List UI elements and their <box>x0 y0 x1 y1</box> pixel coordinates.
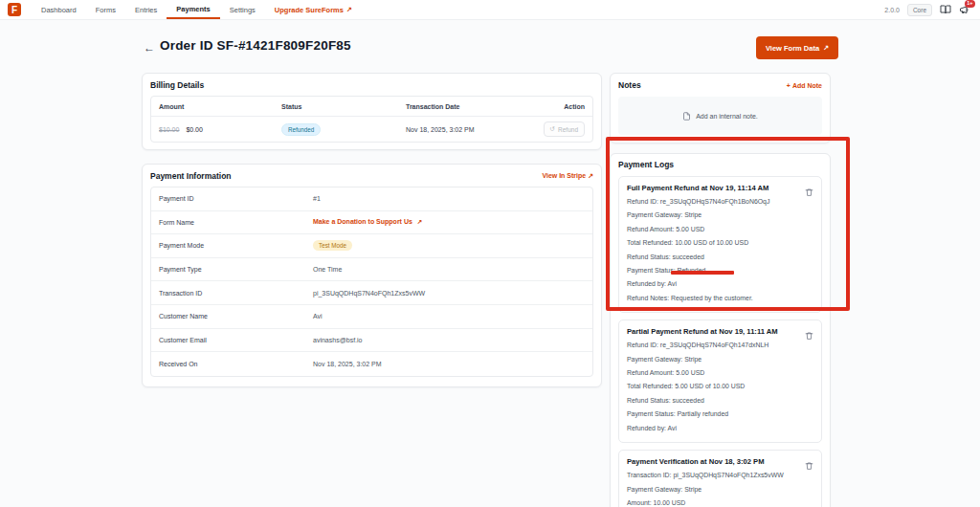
col-status: Status <box>281 103 406 110</box>
log-detail: Payment Status: Partially refunded <box>627 408 813 421</box>
row-label: Received On <box>159 361 313 367</box>
main-nav: Dashboard Forms Entries Payments Setting… <box>32 0 362 19</box>
core-badge: Core <box>907 4 932 16</box>
log-entry-full-refund: Full Payment Refund at Nov 19, 11:14 AM … <box>618 176 822 313</box>
top-navigation-bar: F Dashboard Forms Entries Payments Setti… <box>0 0 980 20</box>
log-entry-title: Full Payment Refund at Nov 19, 11:14 AM <box>627 184 813 192</box>
row-value: Nov 18, 2025, 3:02 PM <box>313 361 382 367</box>
row-value: #1 <box>313 195 321 202</box>
col-transaction-date: Transaction Date <box>406 103 531 110</box>
order-id-title: Order ID SF-#1421F809F20F85 <box>160 38 351 53</box>
nav-entries[interactable]: Entries <box>125 0 167 19</box>
view-form-data-button[interactable]: View Form Data ↗ <box>756 36 838 59</box>
table-row-customer-email: Customer Email avinashs@bsf.io <box>151 329 592 353</box>
billing-details-card: Billing Details Amount Status Transactio… <box>142 73 602 150</box>
log-detail: Total Refunded: 5.00 USD of 10.00 USD <box>627 380 813 393</box>
log-detail: Refund Status: succeeded <box>627 251 813 264</box>
docs-icon[interactable] <box>940 4 951 15</box>
nav-settings[interactable]: Settings <box>220 0 265 19</box>
notes-title: Notes <box>618 80 641 90</box>
billing-table-row: $10.00 $0.00 Refunded Nov 18, 2025, 3:02… <box>151 117 592 142</box>
form-name-label: Make a Donation to Support Us <box>313 218 412 225</box>
amount-cell: $10.00 $0.00 <box>159 126 281 133</box>
log-entry-partial-refund: Partial Payment Refund at Nov 19, 11:11 … <box>618 320 822 443</box>
payment-logs-card: Payment Logs Full Payment Refund at Nov … <box>610 153 831 507</box>
log-detail: Refunded by: Avi <box>627 277 813 291</box>
log-detail-payment-status: Payment Status: Refunded <box>627 264 813 277</box>
version-label: 2.0.0 <box>884 7 900 13</box>
table-row-form-name: Form Name Make a Donation to Support Us … <box>151 211 592 235</box>
log-detail: Transaction ID: pi_3SUqQDHqS7N4oFQh1Zxs5… <box>627 469 813 482</box>
row-value: One Time <box>313 266 342 273</box>
external-link-icon: ↗ <box>417 218 422 225</box>
upgrade-label: Upgrade SureForms <box>275 6 344 14</box>
log-detail: Amount: 10.00 USD <box>627 496 813 507</box>
billing-details-title: Billing Details <box>150 80 593 90</box>
refund-label: Refund <box>558 126 578 133</box>
row-label: Form Name <box>159 219 313 226</box>
original-amount: $10.00 <box>159 126 179 133</box>
payment-information-card: Payment Information View In Stripe ↗ Pay… <box>142 164 602 387</box>
view-form-data-label: View Form Data <box>766 44 819 53</box>
notes-empty-text: Add an internal note. <box>696 113 758 120</box>
payment-info-table: Payment ID #1 Form Name Make a Donation … <box>150 187 593 377</box>
billing-table-header: Amount Status Transaction Date Action <box>151 97 592 117</box>
sureforms-logo-icon[interactable]: F <box>8 3 21 16</box>
row-label: Customer Name <box>159 313 313 320</box>
topbar-meta: 2.0.0 Core 1+ <box>884 4 970 16</box>
row-value: avinashs@bsf.io <box>313 337 362 343</box>
log-detail: Total Refunded: 10.00 USD of 10.00 USD <box>627 236 813 250</box>
table-row-received-on: Received On Nov 18, 2025, 3:02 PM <box>151 352 592 376</box>
log-detail: Payment Gateway: Stripe <box>627 353 813 366</box>
nav-forms[interactable]: Forms <box>86 0 125 19</box>
refund-button[interactable]: ↺ Refund <box>544 121 585 137</box>
add-note-button[interactable]: + Add Note <box>787 82 822 89</box>
view-in-stripe-label: View In Stripe <box>542 172 586 179</box>
delete-log-icon[interactable] <box>805 184 813 193</box>
payment-logs-title: Payment Logs <box>618 160 822 169</box>
log-entry-payment-verification: Payment Verification at Nov 18, 3:02 PM … <box>618 450 822 507</box>
log-entry-title: Payment Verification at Nov 18, 3:02 PM <box>627 457 813 466</box>
table-row-customer-name: Customer Name Avi <box>151 305 592 329</box>
notification-badge: 1+ <box>965 0 975 8</box>
external-link-icon: ↗ <box>588 172 593 179</box>
nav-payments[interactable]: Payments <box>167 0 219 19</box>
current-amount: $0.00 <box>186 126 203 133</box>
delete-log-icon[interactable] <box>805 457 813 467</box>
notes-card: Notes + Add Note Add an internal note. <box>610 73 831 143</box>
whats-new-icon[interactable]: 1+ <box>959 4 970 15</box>
form-name-link[interactable]: Make a Donation to Support Us ↗ <box>313 218 422 226</box>
log-detail: Refund Amount: 5.00 USD <box>627 223 813 236</box>
transaction-date-cell: Nov 18, 2025, 3:02 PM <box>406 126 531 133</box>
view-in-stripe-link[interactable]: View In Stripe ↗ <box>542 172 593 180</box>
log-detail: Refund Status: succeeded <box>627 394 813 408</box>
log-detail: Refund ID: re_3SUqQDHqS7N4oFQh147dxNLH <box>627 339 813 352</box>
table-row-payment-type: Payment Type One Time <box>151 258 592 282</box>
payment-information-title: Payment Information <box>150 171 232 181</box>
external-link-icon: ↗ <box>346 6 352 13</box>
billing-table: Amount Status Transaction Date Action $1… <box>150 96 593 143</box>
row-label: Payment ID <box>159 195 313 202</box>
row-label: Transaction ID <box>159 290 313 297</box>
external-link-icon: ↗ <box>823 44 829 52</box>
col-action: Action <box>531 103 585 110</box>
nav-upgrade-sureforms[interactable]: Upgrade SureForms ↗ <box>265 0 362 19</box>
table-row-payment-id: Payment ID #1 <box>151 187 592 211</box>
table-row-transaction-id: Transaction ID pi_3SUqQDHqS7N4oFQh1Zxs5v… <box>151 281 592 305</box>
status-cell: Refunded <box>281 123 406 136</box>
refunded-status-badge: Refunded <box>281 123 321 136</box>
page-header: ← Order ID SF-#1421F809F20F85 View Form … <box>142 36 838 61</box>
note-document-icon <box>682 112 691 121</box>
log-detail: Refunded by: Avi <box>627 422 813 435</box>
log-entry-title: Partial Payment Refund at Nov 19, 11:11 … <box>627 327 813 336</box>
delete-log-icon[interactable] <box>805 327 813 337</box>
notes-empty-state[interactable]: Add an internal note. <box>618 97 822 135</box>
row-label: Customer Email <box>159 337 313 343</box>
row-label: Payment Type <box>159 266 313 273</box>
back-arrow-icon[interactable]: ← <box>144 41 155 55</box>
action-cell: ↺ Refund <box>531 121 585 137</box>
row-label: Payment Mode <box>159 242 313 249</box>
log-detail: Refund Amount: 5.00 USD <box>627 366 813 380</box>
test-mode-badge: Test Mode <box>313 240 352 251</box>
nav-dashboard[interactable]: Dashboard <box>32 0 86 19</box>
